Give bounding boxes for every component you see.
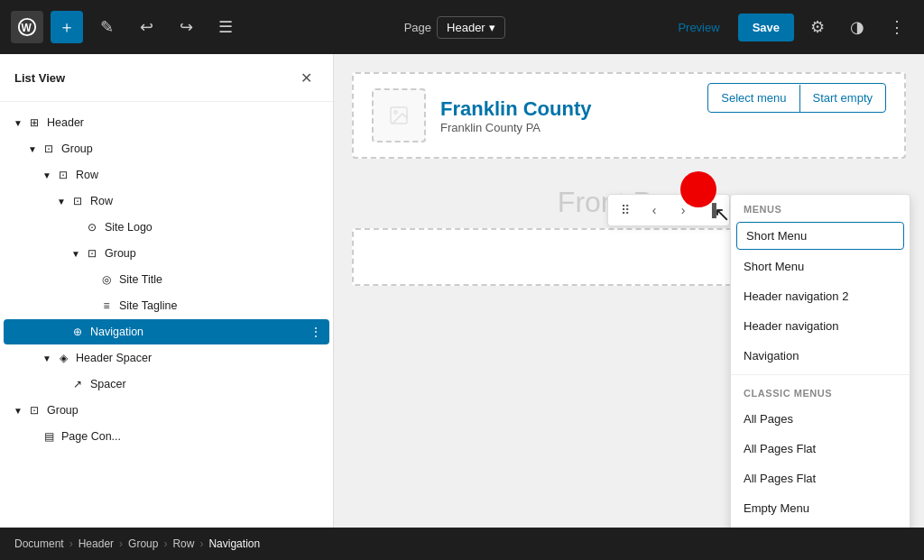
tree-item-site-logo[interactable]: ⊙ Site Logo bbox=[4, 215, 329, 240]
chevron-icon: ▼ bbox=[25, 142, 40, 156]
preview-button[interactable]: Preview bbox=[667, 15, 730, 40]
tree-item-label: Row bbox=[76, 169, 322, 181]
breadcrumb-sep-3: › bbox=[163, 537, 167, 550]
top-toolbar: W ＋ ✎ ↩ ↪ ☰ Page Header ▾ Preview Save ⚙… bbox=[0, 0, 924, 54]
dropdown-divider bbox=[731, 374, 910, 375]
breadcrumb-header[interactable]: Header bbox=[79, 537, 114, 550]
group-icon: ⊡ bbox=[40, 140, 58, 158]
breadcrumb-sep-2: › bbox=[119, 537, 123, 550]
dropdown-item-all-pages[interactable]: All Pages bbox=[731, 404, 910, 434]
tree-item-group2[interactable]: ▼ ⊡ Group bbox=[4, 241, 329, 266]
dropdown-item-long-menu[interactable]: Long Menu bbox=[731, 523, 910, 528]
tagline-icon: ≡ bbox=[97, 297, 116, 315]
dropdown-item-all-pages-flat-2[interactable]: All Pages Flat bbox=[731, 464, 910, 493]
dropdown-item-header-nav[interactable]: Header navigation bbox=[731, 311, 910, 341]
svg-text:W: W bbox=[22, 22, 32, 34]
align-right-icon[interactable]: ▐ bbox=[698, 197, 725, 224]
breadcrumb-bar: Document › Header › Group › Row › Naviga… bbox=[0, 528, 924, 560]
tree-item-site-title[interactable]: ◎ Site Title bbox=[4, 267, 329, 292]
site-tagline: Franklin County PA bbox=[440, 121, 591, 134]
tree-container: ▼ ⊞ Header ▼ ⊡ Group ▼ ⊡ Row ▼ ⊡ Row bbox=[0, 102, 333, 528]
chevron-icon: ▼ bbox=[69, 246, 83, 261]
tree-item-page-content[interactable]: ▤ Page Con... bbox=[4, 424, 329, 449]
tree-item-site-tagline[interactable]: ≡ Site Tagline bbox=[4, 293, 329, 318]
chevron-icon: ▼ bbox=[11, 403, 25, 418]
dropdown-item-short-menu[interactable]: Short Menu bbox=[731, 252, 910, 281]
chevron-spacer bbox=[83, 298, 97, 313]
redo-button[interactable]: ↪ bbox=[170, 11, 202, 43]
overflow-dots-icon[interactable]: ⋮ bbox=[310, 325, 322, 339]
svg-point-3 bbox=[394, 111, 397, 114]
chevron-spacer bbox=[25, 429, 40, 444]
list-view-button[interactable]: ☰ bbox=[209, 11, 242, 43]
tree-item-row1[interactable]: ▼ ⊡ Row bbox=[4, 162, 329, 188]
chevron-icon: ▼ bbox=[11, 115, 25, 130]
page-name-button[interactable]: Header ▾ bbox=[437, 16, 505, 39]
page-label: Page bbox=[404, 21, 431, 34]
settings-icon[interactable]: ⚙ bbox=[801, 11, 834, 43]
navigate-prev-button[interactable]: ‹ bbox=[641, 197, 668, 224]
breadcrumb-row[interactable]: Row bbox=[172, 537, 194, 550]
tree-item-group3[interactable]: ▼ ⊡ Group bbox=[4, 398, 329, 423]
add-block-button[interactable]: ＋ bbox=[51, 11, 83, 43]
edit-mode-button[interactable]: ✎ bbox=[90, 11, 123, 43]
save-button[interactable]: Save bbox=[738, 14, 794, 41]
select-menu-bar: Select menu Start empty bbox=[707, 83, 886, 113]
breadcrumb-navigation[interactable]: Navigation bbox=[208, 537, 260, 550]
tree-item-label: Page Con... bbox=[61, 430, 322, 443]
tree-item-label: Site Tagline bbox=[119, 299, 322, 312]
chevron-spacer bbox=[54, 325, 69, 339]
row-icon: ⊡ bbox=[69, 192, 87, 210]
row-icon: ⊡ bbox=[54, 166, 72, 184]
overflow-menu-icon[interactable]: ⋮ bbox=[881, 11, 913, 43]
drag-handle-icon[interactable]: ⠿ bbox=[612, 197, 639, 224]
tree-item-header[interactable]: ▼ ⊞ Header bbox=[4, 110, 329, 135]
chevron-spacer bbox=[83, 272, 97, 287]
page-name-text: Header bbox=[447, 21, 485, 34]
tree-item-spacer[interactable]: ↗ Spacer bbox=[4, 372, 329, 397]
start-empty-button[interactable]: Start empty bbox=[800, 84, 885, 112]
breadcrumb-group[interactable]: Group bbox=[128, 537, 158, 550]
chevron-icon: ▼ bbox=[54, 194, 69, 208]
dropdown-item-empty-menu[interactable]: Empty Menu bbox=[731, 493, 910, 523]
page-icon: ▤ bbox=[40, 427, 58, 445]
header-block[interactable]: Franklin County Franklin County PA Selec… bbox=[352, 72, 906, 159]
wp-logo[interactable]: W bbox=[11, 11, 43, 43]
content-area: Franklin County Franklin County PA Selec… bbox=[334, 54, 924, 528]
tree-item-label: Site Title bbox=[119, 273, 322, 286]
tree-item-row2[interactable]: ▼ ⊡ Row bbox=[4, 188, 329, 214]
breadcrumb-sep-1: › bbox=[69, 537, 73, 550]
dropdown-item-header-nav-2[interactable]: Header navigation 2 bbox=[731, 281, 910, 311]
main-layout: List View ✕ ▼ ⊞ Header ▼ ⊡ Group ▼ ⊡ Row bbox=[0, 54, 924, 528]
navigate-next-button[interactable]: › bbox=[670, 197, 697, 224]
select-menu-button[interactable]: Select menu bbox=[708, 84, 799, 112]
block-toolbar: ⠿ ‹ › ▐ bbox=[607, 194, 730, 226]
tree-item-label: Group bbox=[61, 142, 322, 155]
tree-item-label: Header Spacer bbox=[76, 352, 322, 364]
breadcrumb-document[interactable]: Document bbox=[14, 537, 64, 550]
tree-item-group1[interactable]: ▼ ⊡ Group bbox=[4, 136, 329, 161]
chevron-icon: ▼ bbox=[40, 351, 54, 365]
spacer-block-icon: ◈ bbox=[54, 349, 72, 367]
chevron-spacer bbox=[54, 377, 69, 391]
undo-button[interactable]: ↩ bbox=[130, 11, 162, 43]
tree-item-label: Group bbox=[47, 404, 322, 417]
tree-item-header-spacer[interactable]: ▼ ◈ Header Spacer bbox=[4, 345, 329, 371]
dropdown-item-all-pages-flat[interactable]: All Pages Flat bbox=[731, 434, 910, 464]
theme-toggle-icon[interactable]: ◑ bbox=[841, 11, 873, 43]
dropdown-item-short-menu-selected[interactable]: Short Menu bbox=[736, 222, 904, 250]
close-sidebar-button[interactable]: ✕ bbox=[293, 65, 319, 90]
sidebar-header: List View ✕ bbox=[0, 54, 333, 102]
site-name: Franklin County bbox=[440, 97, 591, 121]
spacer-icon: ↗ bbox=[69, 375, 87, 393]
sidebar-title: List View bbox=[14, 71, 65, 85]
breadcrumb-sep-4: › bbox=[199, 537, 203, 550]
tree-item-navigation[interactable]: ⊕ Navigation ⋮ bbox=[4, 319, 329, 344]
layout-icon: ⊞ bbox=[25, 114, 43, 132]
tree-item-label: Site Logo bbox=[105, 221, 322, 234]
tree-item-label: Navigation bbox=[90, 326, 310, 338]
dropdown-item-navigation[interactable]: Navigation bbox=[731, 341, 910, 371]
chevron-down-icon: ▾ bbox=[489, 21, 495, 34]
toolbar-right: Preview Save ⚙ ◑ ⋮ bbox=[667, 11, 913, 43]
logo-icon: ⊙ bbox=[83, 218, 101, 236]
